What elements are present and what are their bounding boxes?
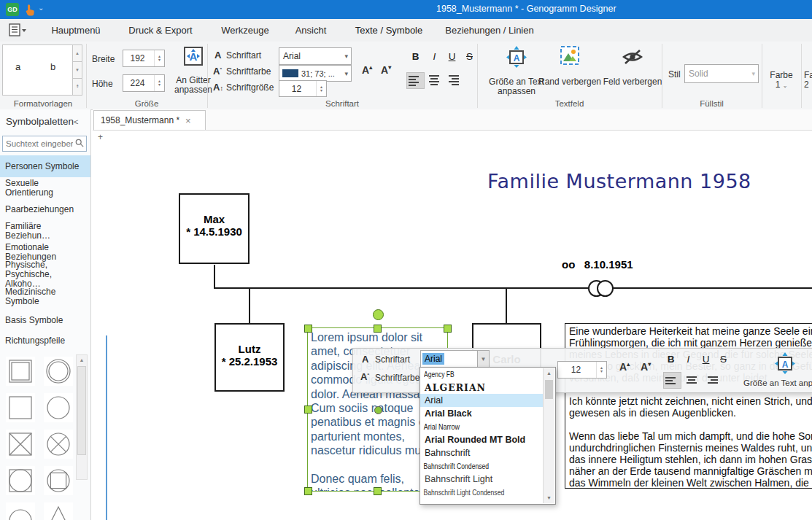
font-color-combo[interactable]: 31; 73; ... ▾ (279, 65, 352, 82)
document-tab[interactable]: 1958_Mustermann * × (93, 110, 206, 130)
underline-button[interactable]: U (697, 352, 714, 367)
genogram-title[interactable]: Familie Mustermann 1958 (487, 170, 751, 193)
style-gallery-scrollbar[interactable]: ▲ ▼ ⇟ (72, 44, 82, 94)
search-icon[interactable] (75, 137, 86, 150)
collapse-panel-icon[interactable]: < (74, 117, 78, 126)
font-option-arial-black[interactable]: Arial Black (420, 407, 544, 420)
descent-line[interactable] (249, 287, 250, 325)
font-option-bahnschrift-light-condensed[interactable]: Bahnschrift Light Condensed (420, 486, 513, 499)
family-line[interactable] (214, 287, 812, 289)
bold-button[interactable]: B (407, 50, 424, 64)
align-left-button[interactable] (663, 372, 681, 389)
selection-handle[interactable] (304, 405, 312, 414)
sidebar-item-0[interactable]: Personen Symbole (0, 155, 90, 177)
symbol-grid-scrollbar[interactable]: ▲ (76, 354, 88, 480)
combo-arrow-icon[interactable]: ▼ (477, 351, 489, 367)
decrease-font-button[interactable]: A▾ (641, 361, 651, 373)
marriage-label[interactable]: oo 8.10.1951 (562, 258, 633, 271)
hoehe-spinner[interactable]: 224 ▴▾ (123, 74, 165, 92)
scroll-thumb[interactable] (545, 380, 553, 399)
close-tab-icon[interactable]: × (185, 115, 191, 126)
align-right-button[interactable] (703, 372, 719, 387)
align-center-button[interactable] (683, 372, 700, 387)
font-size-spinner[interactable]: 12 ▴▾ (557, 361, 607, 379)
sidebar-item-1[interactable]: Sexuelle Orientierung (0, 177, 90, 198)
search-input[interactable] (3, 139, 73, 148)
strikethrough-button[interactable]: S (461, 50, 478, 64)
selection-handle[interactable] (374, 325, 382, 333)
scroll-up-icon[interactable]: ▲ (77, 355, 87, 365)
gallery-up-icon[interactable]: ▲ (72, 44, 82, 62)
gallery-down-icon[interactable]: ▼ (72, 62, 82, 79)
hoehe-spin-arrows-icon[interactable]: ▴▾ (154, 75, 164, 91)
breite-spinner[interactable]: 192 ▴▾ (123, 50, 165, 67)
app-menu-icon[interactable] (9, 23, 28, 39)
sidebar-item-3[interactable]: Familiäre Beziehun… (0, 220, 90, 242)
font-list-scrollbar[interactable]: ▲ ▼ (543, 368, 554, 503)
fit-to-grid-button[interactable]: A An Gitter anpassen (170, 45, 217, 96)
style-gallery[interactable]: a b (2, 44, 73, 96)
scroll-down-icon[interactable]: ▼ (544, 493, 554, 503)
font-option-arial-narrow[interactable]: Arial Narrow (420, 420, 517, 433)
selection-handle[interactable] (444, 325, 452, 333)
strikethrough-button[interactable]: S (715, 352, 732, 367)
font-option-arial-rounded-mt-bold[interactable]: Arial Rounded MT Bold (420, 433, 544, 446)
hide-border-button[interactable]: Rand verbergen (537, 45, 603, 96)
font-option-bahnschrift[interactable]: Bahnschrift (420, 446, 544, 459)
sidebar-item-6[interactable]: Medizinische Symbole (0, 286, 90, 308)
symbol-circle-icon[interactable] (44, 393, 73, 422)
quick-access-chevron-icon[interactable]: ⌄ (38, 4, 44, 12)
align-center-button[interactable] (425, 72, 442, 88)
italic-button[interactable]: I (426, 50, 443, 64)
app-logo-icon[interactable]: GD (6, 3, 19, 16)
fit-size-to-text-icon[interactable]: A (775, 352, 795, 378)
italic-button[interactable]: I (680, 352, 697, 367)
font-size-spin-arrows-icon[interactable]: ▴▾ (596, 362, 606, 378)
symbol-triangle-icon[interactable] (44, 502, 73, 520)
hand-cursor-icon[interactable] (24, 3, 36, 19)
sidebar-item-7[interactable]: Basis Symbole (0, 309, 90, 331)
font-name-combo[interactable]: Arial ▼ (420, 350, 490, 368)
selection-handle[interactable] (304, 325, 312, 333)
scroll-thumb[interactable] (77, 366, 86, 455)
decrease-font-button[interactable]: A▾ (381, 64, 391, 76)
marriage-ring-icon[interactable] (597, 280, 614, 297)
align-left-button[interactable] (406, 72, 425, 89)
font-name-combo[interactable]: Arial ▾ (279, 47, 352, 65)
hide-field-button[interactable]: Feld verbergen (601, 45, 664, 96)
align-right-button[interactable] (444, 72, 460, 88)
font-size-spinner[interactable]: 12 ▴▾ (279, 80, 327, 97)
menu-tab-texte-symbole[interactable]: Texte / Symbole (351, 19, 427, 44)
selection-handle[interactable] (374, 487, 382, 495)
symbol-square-in-circle-icon[interactable] (44, 466, 73, 495)
font-option-agency-fb[interactable]: Agency FB (420, 368, 525, 381)
style-preview-a[interactable]: a (15, 61, 20, 72)
descent-line[interactable] (214, 265, 215, 289)
style-preview-b[interactable]: b (50, 61, 55, 72)
descent-line[interactable] (506, 287, 507, 325)
fill-style-combo[interactable]: Solid ▾ (684, 64, 759, 83)
increase-font-button[interactable]: A▴ (362, 64, 372, 76)
pivot-point[interactable] (374, 406, 382, 414)
rotate-handle[interactable] (373, 309, 384, 320)
combo-arrow-icon[interactable]: ▾ (344, 70, 351, 77)
menu-tab-druck-export[interactable]: Druck & Export (123, 19, 198, 42)
symbol-square-icon[interactable] (6, 393, 35, 422)
menu-tab-ansicht[interactable]: Ansicht (290, 19, 332, 42)
font-option-arial[interactable]: Arial (420, 394, 544, 407)
underline-button[interactable]: U (444, 50, 460, 64)
selection-handle[interactable] (304, 487, 312, 495)
font-size-spin-arrows-icon[interactable]: ▴▾ (316, 81, 326, 96)
bold-button[interactable]: B (662, 352, 679, 367)
combo-arrow-icon[interactable]: ▾ (344, 53, 351, 60)
sidebar-item-5[interactable]: Physische, Psychische, Alkoho… (0, 263, 90, 285)
scroll-up-icon[interactable]: ▲ (544, 368, 554, 379)
sidebar-item-2[interactable]: Paarbeziehungen (0, 198, 90, 220)
menu-tab-werkzeuge[interactable]: Werkzeuge (217, 19, 273, 42)
color2-button[interactable]: Farbe 2 (804, 71, 812, 93)
font-option-bahnschrift-condensed[interactable]: Bahnschrift Condensed (420, 459, 513, 473)
breite-spin-arrows-icon[interactable]: ▴▾ (154, 50, 164, 66)
menu-tab-hauptmenü[interactable]: Hauptmenü (44, 19, 108, 42)
color1-button[interactable]: Farbe 1 ⌄ (765, 71, 798, 90)
menu-tab-beziehungen-linien[interactable]: Beziehungen / Linien (436, 19, 543, 42)
